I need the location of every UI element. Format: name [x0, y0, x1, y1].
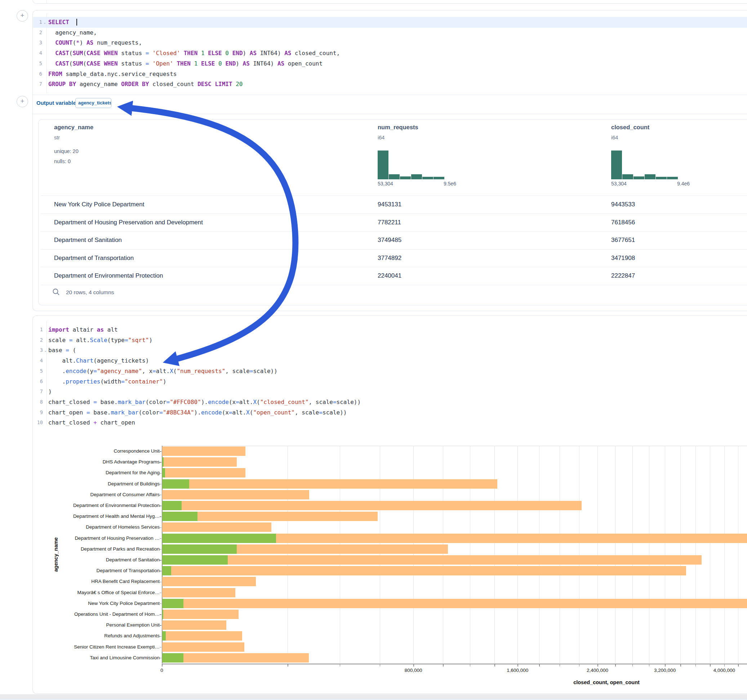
gridline — [517, 446, 518, 663]
x-axis-tick — [632, 664, 633, 667]
line-number: 2 — [33, 337, 43, 343]
search-icon[interactable] — [52, 288, 60, 297]
y-axis-tick — [160, 462, 162, 463]
code-line: chart_closed + chart_open — [48, 419, 135, 427]
fold-chevron-icon[interactable]: ⌄ — [43, 21, 46, 24]
y-axis-tick — [160, 603, 162, 604]
histogram-range-labels: 53,3049.4e6 — [611, 181, 690, 187]
y-axis-tick — [160, 614, 162, 615]
chart-bar-closed_count — [162, 566, 686, 575]
table-cell: 3749485 — [378, 237, 401, 244]
y-axis-tick — [160, 528, 162, 528]
gridline — [494, 446, 495, 663]
table-cell: Department of Transportation — [54, 255, 134, 262]
chart-bar-closed_count — [162, 447, 245, 456]
chart-bar-closed_count — [162, 457, 237, 467]
line-number: 5 — [33, 60, 42, 66]
active-line-highlight — [33, 17, 747, 28]
chart-bar-closed_count — [162, 501, 582, 510]
y-axis-category-label: DHS Advantage Programs — [33, 459, 160, 465]
x-axis-tick — [738, 664, 739, 667]
column-type: i64 — [378, 135, 384, 140]
y-axis-category-label: Operations Unit - Department of Hom… — [33, 611, 160, 617]
y-axis-category-label: HRA Benefit Card Replacement — [33, 579, 160, 584]
x-axis-tick — [162, 664, 163, 667]
y-axis-tick — [160, 582, 162, 582]
code-line: .encode(y="agency_name", x=alt.X("num_re… — [48, 367, 277, 375]
sql-editor[interactable]: 1⌄SELECT 2 agency_name,3 COUNT(*) AS num… — [33, 11, 747, 95]
output-row-divider — [33, 114, 747, 114]
y-axis-category-label: Taxi and Limousine Commission — [33, 655, 160, 661]
column-header: closed_count — [611, 124, 649, 131]
notebook-page: { "sql_cell": { "line_numbers": ["1","2"… — [0, 0, 747, 700]
gridline — [539, 446, 540, 663]
y-axis-tick — [160, 549, 162, 550]
column-histogram — [378, 151, 446, 180]
gutter-separator — [47, 321, 47, 424]
table-cell: 3471908 — [611, 255, 635, 262]
y-axis-category-label: Department of Environmental Protection — [33, 503, 160, 508]
chart-bar-closed_count — [162, 468, 245, 477]
table-cell: 7618456 — [611, 219, 635, 226]
y-axis-category-label: Department of Health and Mental Hyg… — [33, 513, 160, 519]
code-line: .properties(width="container") — [48, 378, 166, 386]
line-number: 8 — [33, 399, 43, 405]
y-axis-tick — [160, 538, 162, 539]
chart-bar-closed_count — [162, 479, 497, 489]
y-axis-tick — [160, 625, 162, 626]
add-cell-button-output[interactable]: + — [17, 96, 28, 107]
line-number: 10 — [33, 419, 43, 425]
chart-bar-open_count — [162, 501, 181, 510]
table-cell: 2222847 — [611, 272, 635, 279]
fold-chevron-icon[interactable]: ⌄ — [44, 348, 47, 353]
line-number: 4 — [33, 358, 43, 363]
gridline — [649, 446, 649, 663]
chart-bar-closed_count — [162, 555, 702, 564]
x-axis-tick — [724, 664, 725, 667]
text-cursor — [76, 19, 77, 26]
gridline — [665, 446, 665, 663]
column-stat: nulls: 0 — [54, 158, 71, 164]
gridline — [579, 446, 579, 663]
gridline — [380, 446, 380, 663]
table-cell: Department of Housing Preservation and D… — [54, 219, 203, 226]
gridline — [597, 446, 598, 663]
line-number: 2 — [33, 30, 42, 35]
gutter-separator — [47, 13, 47, 93]
y-axis-category-label: New York City Police Department — [33, 600, 160, 606]
add-cell-button-top[interactable]: + — [17, 10, 28, 22]
table-preview-card: agency_namestrunique: 20nulls: 0num_requ… — [38, 119, 747, 305]
y-axis-tick — [160, 495, 162, 495]
code-line: CAST(SUM(CASE WHEN status = 'Open' THEN … — [48, 60, 322, 68]
column-histogram — [611, 151, 680, 180]
chart-bar-closed_count — [162, 490, 309, 499]
y-axis-category-label: Personal Exemption Unit — [33, 622, 160, 628]
table-cell: 7782211 — [378, 219, 401, 226]
table-cell: 3677651 — [611, 237, 635, 244]
code-line: ) — [48, 388, 52, 396]
page-gap-strip — [0, 694, 747, 699]
y-axis-tick — [160, 571, 162, 572]
python-editor[interactable]: 1import altair as alt2scale = alt.Scale(… — [33, 316, 747, 427]
column-header: agency_name — [54, 124, 93, 131]
x-axis-tick — [413, 664, 414, 667]
editor-bottom-divider — [33, 95, 747, 95]
chart-bar-closed_count — [162, 643, 244, 652]
x-axis-tick — [579, 664, 580, 667]
y-axis-category-label: Senior Citizen Rent Increase Exempti… — [33, 644, 160, 650]
x-axis-tick — [665, 664, 665, 667]
previous-cell-remnant — [32, 0, 747, 4]
chart-bar-open_count — [162, 479, 189, 489]
line-number: 5 — [33, 368, 43, 374]
output-variable-pill[interactable]: agency_tickets — [75, 98, 111, 108]
y-axis-tick — [160, 516, 162, 517]
line-number: 4 — [33, 50, 42, 56]
y-axis-tick — [160, 593, 162, 593]
x-axis-tick — [559, 664, 560, 667]
y-axis-category-label: Department of Transportation — [33, 568, 160, 573]
gridline — [287, 446, 288, 663]
x-axis-tick — [597, 664, 598, 667]
y-axis-category-label: Correspondence Unit — [33, 448, 160, 454]
code-line: SELECT — [48, 18, 77, 26]
line-number: 1 — [33, 327, 43, 332]
